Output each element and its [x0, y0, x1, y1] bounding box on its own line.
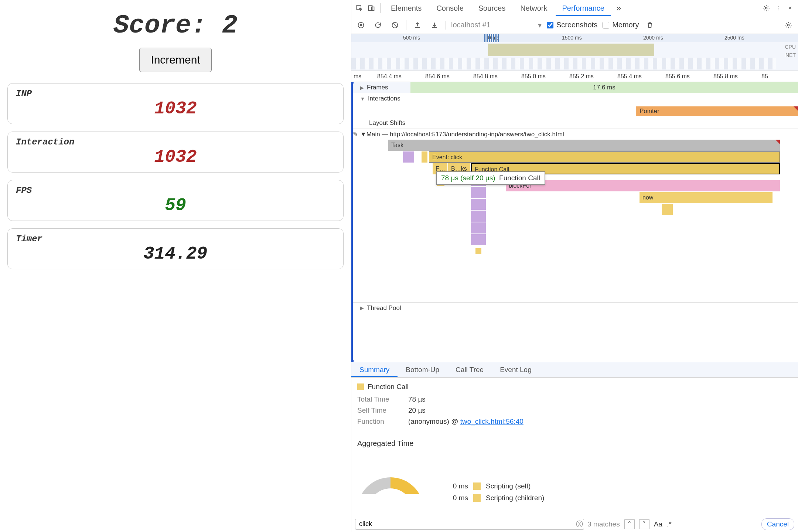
interaction-pointer-bar[interactable]: Pointer — [636, 106, 798, 116]
memory-checkbox[interactable]: Memory — [603, 21, 639, 29]
flame-blockfor[interactable]: blockFor — [506, 180, 780, 191]
flame-chart[interactable]: Task Event: click F… B…ks Function Call … — [351, 140, 798, 302]
flame-bar[interactable] — [471, 234, 486, 245]
overview-tick: 500 ms — [403, 35, 420, 41]
overview-net-bar — [351, 58, 776, 69]
tab-performance[interactable]: Performance — [556, 0, 611, 16]
perf-toolbar: localhost #1 ▾ Screenshots Memory — [351, 16, 798, 34]
card-interaction: Interaction 1032 — [7, 132, 344, 173]
profile-selector-label: localhost #1 — [451, 21, 491, 29]
flame-bar[interactable] — [471, 222, 486, 233]
collapse-icon[interactable]: ▼ — [360, 131, 366, 138]
flame-task[interactable]: Task — [388, 140, 780, 151]
frames-bar[interactable]: 17.6 ms — [410, 82, 798, 93]
case-toggle[interactable]: Aa — [654, 520, 662, 528]
increment-button[interactable]: Increment — [139, 48, 211, 72]
devtools-panel: Elements Console Sources Network Perform… — [351, 0, 798, 532]
overview-labels: CPU NET — [785, 43, 796, 59]
svg-point-5 — [360, 24, 362, 26]
flame-bar[interactable] — [662, 204, 673, 215]
card-inp-label: INP — [16, 89, 335, 99]
overview-selection-marker[interactable] — [484, 34, 499, 42]
clear-search-icon[interactable]: ⓧ — [576, 519, 583, 529]
agg-time: 0 ms — [446, 482, 468, 490]
main-track-header[interactable]: ✎ ▼ Main — http://localhost:5173/underst… — [351, 129, 798, 140]
search-matches: 3 matches — [587, 520, 620, 528]
overview-timeline[interactable]: 500 ms 0 ms 1500 ms 2000 ms 2500 ms CPU … — [351, 34, 798, 71]
card-fps: FPS 59 — [7, 180, 344, 221]
overview-tick: 2500 ms — [724, 35, 744, 41]
score-label: Score: — [113, 11, 207, 40]
frames-label: Frames — [367, 84, 388, 91]
upload-icon[interactable] — [412, 19, 423, 31]
search-input[interactable] — [355, 519, 584, 530]
overview-tick: 1500 ms — [562, 35, 582, 41]
flame-bar[interactable] — [471, 187, 486, 198]
tab-console[interactable]: Console — [430, 0, 470, 16]
card-inp: INP 1032 — [7, 83, 344, 124]
aggregated-title: Aggregated Time — [357, 439, 792, 448]
search-cancel-button[interactable]: Cancel — [761, 518, 794, 530]
flame-bar[interactable] — [471, 211, 486, 222]
flame-ruler[interactable]: ms 854.4 ms 854.6 ms 854.8 ms 855.0 ms 8… — [351, 71, 798, 82]
tab-sources[interactable]: Sources — [472, 0, 512, 16]
svg-point-3 — [765, 7, 767, 9]
search-prev-button[interactable]: ˄ — [624, 519, 635, 529]
inspect-icon[interactable] — [354, 3, 365, 13]
flame-bar[interactable] — [422, 151, 427, 163]
tab-call-tree[interactable]: Call Tree — [447, 362, 492, 377]
capture-settings-icon[interactable] — [782, 19, 794, 31]
profile-selector[interactable]: localhost #1 ▾ — [446, 21, 542, 30]
flame-bar[interactable] — [471, 199, 486, 210]
color-swatch — [473, 494, 481, 502]
source-link[interactable]: two_click.html:56:40 — [460, 417, 524, 425]
total-time-value: 78 µs — [408, 395, 426, 403]
flame-bar[interactable] — [475, 248, 481, 254]
chevron-down-icon: ▾ — [538, 21, 542, 30]
summary-panel: Function Call Total Time78 µs Self Time2… — [351, 378, 798, 434]
color-swatch — [473, 482, 481, 490]
tab-elements[interactable]: Elements — [384, 0, 428, 16]
pencil-icon[interactable]: ✎ — [353, 130, 358, 138]
agg-time: 0 ms — [446, 494, 468, 502]
kebab-icon[interactable]: ⋮ — [773, 3, 783, 13]
flame-now[interactable]: now — [640, 192, 773, 203]
collapse-icon[interactable]: ▼ — [360, 96, 365, 102]
interactions-label: Interactions — [368, 95, 400, 102]
tracks-area[interactable]: ▶Frames 17.6 ms ▼Interactions Pointer La… — [351, 82, 798, 362]
trash-icon[interactable] — [644, 19, 656, 31]
card-fps-value: 59 — [16, 195, 335, 215]
tab-network[interactable]: Network — [514, 0, 554, 16]
donut-chart — [357, 477, 424, 511]
summary-title: Function Call — [368, 383, 409, 391]
color-swatch — [357, 383, 364, 390]
search-bar: ⓧ 3 matches ˄ ˅ Aa .* Cancel — [351, 516, 798, 532]
card-fps-label: FPS — [16, 185, 335, 195]
clear-button[interactable] — [389, 19, 401, 31]
expand-icon[interactable]: ▶ — [360, 85, 364, 91]
svg-rect-0 — [357, 5, 361, 10]
download-icon[interactable] — [429, 19, 440, 31]
reload-record-button[interactable] — [372, 19, 384, 31]
agg-label: Scripting (children) — [486, 494, 544, 502]
search-next-button[interactable]: ˅ — [639, 519, 649, 529]
tabs-overflow-icon[interactable]: » — [613, 3, 625, 13]
card-interaction-value: 1032 — [16, 147, 335, 167]
record-button[interactable] — [355, 19, 367, 31]
regex-toggle[interactable]: .* — [667, 520, 672, 528]
tab-event-log[interactable]: Event Log — [492, 362, 540, 377]
devtools-tabbar: Elements Console Sources Network Perform… — [351, 0, 798, 16]
self-time-value: 20 µs — [408, 406, 426, 415]
gear-icon[interactable] — [761, 3, 771, 13]
overview-cpu-bar — [488, 44, 654, 56]
tab-summary[interactable]: Summary — [351, 362, 398, 377]
app-panel: Score: 2 Increment INP 1032 Interaction … — [0, 0, 351, 532]
screenshots-checkbox[interactable]: Screenshots — [547, 21, 597, 29]
flame-bar[interactable] — [403, 151, 414, 163]
flame-event-click[interactable]: Event: click — [429, 151, 780, 163]
tab-bottom-up[interactable]: Bottom-Up — [398, 362, 447, 377]
close-icon[interactable]: ✕ — [785, 3, 795, 13]
expand-icon[interactable]: ▶ — [360, 305, 364, 311]
device-icon[interactable] — [366, 3, 376, 13]
agg-label: Scripting (self) — [486, 482, 531, 490]
